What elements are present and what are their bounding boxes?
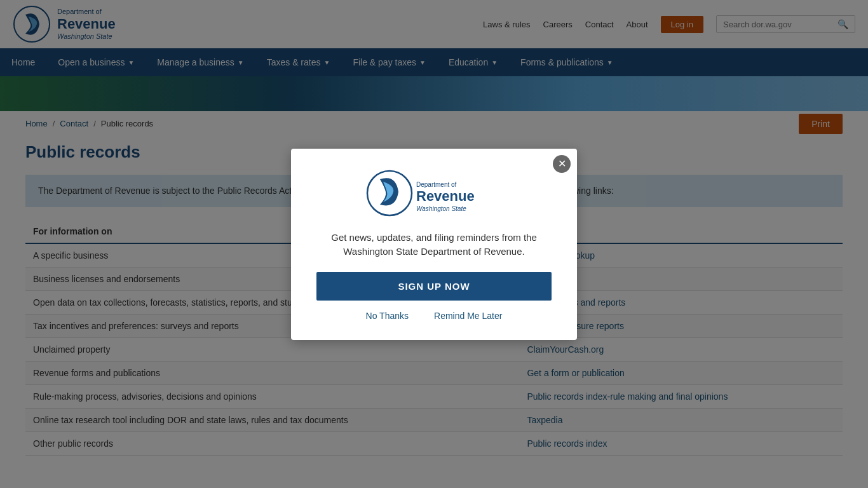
modal-links: No Thanks Remind Me Later	[316, 311, 552, 321]
modal-overlay[interactable]: ✕ Department of Revenue Washington State…	[0, 0, 868, 481]
svg-text:Washington State: Washington State	[416, 205, 466, 212]
modal-title: Get news, updates, and filing reminders …	[316, 231, 552, 259]
svg-text:Revenue: Revenue	[416, 188, 475, 204]
modal-logo-area: Department of Revenue Washington State	[316, 168, 552, 220]
modal-logo-svg: Department of Revenue Washington State	[364, 168, 504, 219]
modal: ✕ Department of Revenue Washington State…	[291, 149, 577, 340]
remind-me-later-link[interactable]: Remind Me Later	[434, 311, 502, 321]
modal-signup-button[interactable]: SIGN UP NOW	[316, 272, 552, 301]
no-thanks-link[interactable]: No Thanks	[366, 311, 409, 321]
modal-close-button[interactable]: ✕	[553, 155, 571, 173]
svg-text:Department of: Department of	[416, 181, 457, 188]
